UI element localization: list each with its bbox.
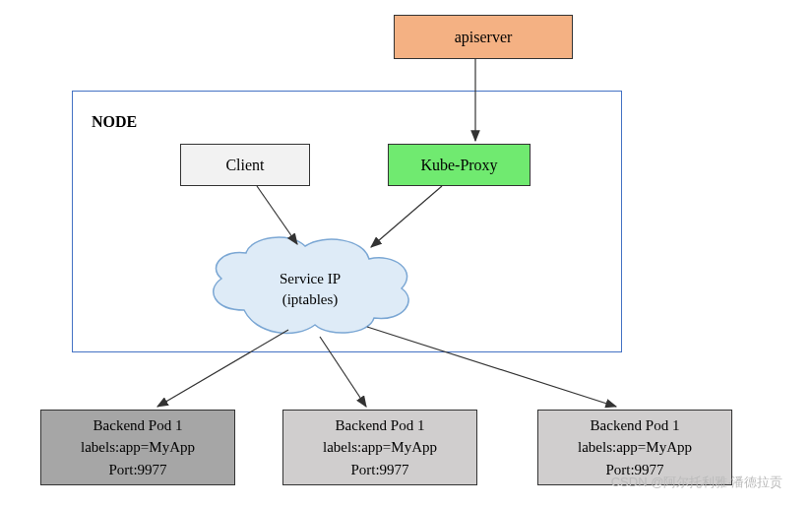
pod-title: Backend Pod 1 [336,414,425,437]
pod-labels: labels:app=MyApp [81,436,195,459]
pod-labels: labels:app=MyApp [323,436,437,459]
backend-pod-2: Backend Pod 1 labels:app=MyApp Port:9977 [282,410,477,485]
apiserver-label: apiserver [455,29,513,46]
pod-port: Port:9977 [350,459,408,481]
pod-port: Port:9977 [108,459,166,481]
pod-title: Backend Pod 1 [94,414,183,437]
kubeproxy-label: Kube-Proxy [420,157,497,174]
backend-pod-1: Backend Pod 1 labels:app=MyApp Port:9977 [40,410,235,485]
pod-port: Port:9977 [605,459,663,481]
node-label: NODE [92,113,137,131]
serviceip-cloud: Service IP (iptables) [197,231,423,345]
pod-labels: labels:app=MyApp [578,436,692,459]
kubeproxy-box: Kube-Proxy [388,144,531,186]
apiserver-box: apiserver [394,15,573,59]
client-box: Client [180,144,310,186]
client-label: Client [225,157,264,174]
pod-title: Backend Pod 1 [591,414,680,437]
serviceip-text: Service IP (iptables) [197,269,423,310]
backend-pod-3: Backend Pod 1 labels:app=MyApp Port:9977 [537,410,732,485]
